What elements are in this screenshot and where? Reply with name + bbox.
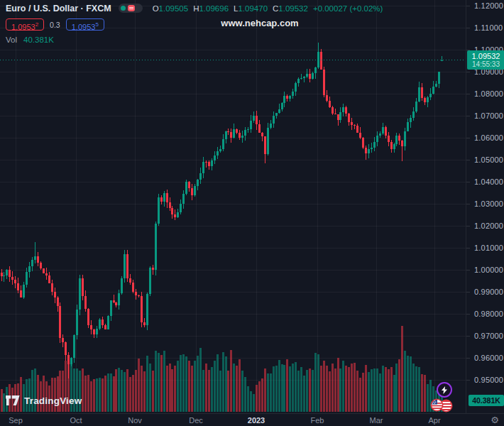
- price-tick-mark: [466, 116, 470, 116]
- chart-legend: Euro / U.S. Dollar · FXCM O1.09505 H1.09…: [6, 2, 383, 44]
- candlestick-chart[interactable]: [0, 0, 466, 413]
- price-tick-label: 1.11000: [474, 23, 503, 32]
- price-tick-mark: [466, 314, 470, 315]
- price-tick-label: 0.98000: [474, 310, 503, 318]
- last-price-value: 1.09532: [472, 52, 500, 60]
- time-label-month: Feb: [311, 416, 324, 425]
- time-label-month: Apr: [428, 416, 440, 425]
- low-value: 1.09470: [238, 4, 268, 13]
- tradingview-wordmark: TradingView: [24, 395, 82, 406]
- sell-button[interactable]: 1.09532: [6, 18, 44, 31]
- price-tick-mark: [466, 160, 470, 160]
- price-axis[interactable]: 1.120001.110001.100001.090001.080001.070…: [466, 0, 504, 413]
- volume-indicator-value: 40.381K: [23, 36, 54, 44]
- time-label-month: Dec: [189, 416, 203, 425]
- countdown-timer: 14:55:33: [472, 60, 500, 69]
- volume-indicator-label: Vol: [6, 36, 17, 44]
- green-dot-icon: [121, 6, 126, 11]
- price-tick-label: 1.02000: [474, 222, 503, 230]
- price-tick-label: 0.97000: [474, 332, 503, 340]
- price-tick-label: 1.05000: [474, 155, 503, 164]
- symbol-title[interactable]: Euro / U.S. Dollar · FXCM: [6, 4, 111, 13]
- close-value: 1.09532: [278, 4, 308, 13]
- change-value: +0.00027 (+0.02%): [313, 4, 383, 13]
- pink-menu-icon: [128, 5, 135, 11]
- volume-axis-badge: 40.381K: [469, 395, 504, 406]
- price-tick-mark: [466, 72, 470, 72]
- price-tick-mark: [466, 270, 470, 271]
- price-tick-mark: [466, 336, 470, 337]
- lightning-bolt-icon: [442, 386, 447, 394]
- price-tick-mark: [466, 226, 470, 226]
- time-label-month: Mar: [370, 416, 383, 425]
- time-label-month: Oct: [70, 416, 82, 425]
- price-tick-mark: [466, 380, 470, 381]
- pane-corner-icons: [429, 382, 464, 416]
- price-tick-mark: [466, 28, 470, 28]
- price-tick-label: 1.03000: [474, 200, 503, 208]
- spread-value: 0.3: [48, 21, 62, 29]
- tradingview-logo[interactable]: TradingView: [6, 395, 82, 406]
- open-label: O: [153, 4, 159, 13]
- time-axis[interactable]: SepOctNovDec2023FebMarApr ⚙: [0, 413, 504, 426]
- price-tick-mark: [466, 6, 470, 6]
- price-tick-label: 0.96000: [474, 354, 503, 362]
- time-label-year: 2023: [248, 416, 265, 425]
- price-tick-mark: [466, 138, 470, 138]
- price-tick-label: 0.95000: [474, 376, 503, 384]
- price-tick-label: 0.99000: [474, 288, 503, 296]
- price-tick-mark: [466, 182, 470, 182]
- price-tick-label: 1.00000: [474, 266, 503, 274]
- legend-toggle-pill[interactable]: [119, 4, 143, 13]
- price-tick-label: 1.01000: [474, 244, 503, 252]
- price-tick-label: 1.12000: [474, 1, 503, 10]
- high-value: 1.09696: [199, 4, 229, 13]
- last-price-badge: 1.09532 14:55:33: [467, 50, 504, 70]
- time-label-month: Nov: [128, 416, 142, 425]
- symbol-flags-icon[interactable]: [429, 398, 454, 413]
- price-tick-mark: [466, 358, 470, 359]
- price-tick-mark: [466, 204, 470, 204]
- price-tick-mark: [466, 94, 470, 94]
- time-label-month: Sep: [9, 416, 23, 425]
- price-tick-mark: [466, 248, 470, 248]
- volume-indicator-row[interactable]: Vol 40.381K: [6, 36, 383, 44]
- gear-icon[interactable]: ⚙: [491, 415, 499, 425]
- price-tick-mark: [466, 292, 470, 293]
- price-tick-label: 1.04000: [474, 178, 503, 186]
- price-tick-label: 1.06000: [474, 133, 503, 142]
- ohlc-readout: O1.09505 H1.09696 L1.09470 C1.09532 +0.0…: [153, 4, 383, 13]
- open-value: 1.09505: [159, 4, 189, 13]
- trading-lightning-icon[interactable]: [437, 382, 452, 398]
- tradingview-chart-window: 1.120001.110001.100001.090001.080001.070…: [0, 0, 504, 426]
- tradingview-mark-icon: [6, 395, 20, 406]
- price-tick-label: 1.08000: [474, 89, 503, 98]
- buy-button[interactable]: 1.09535: [66, 18, 104, 31]
- price-tick-label: 1.07000: [474, 111, 503, 120]
